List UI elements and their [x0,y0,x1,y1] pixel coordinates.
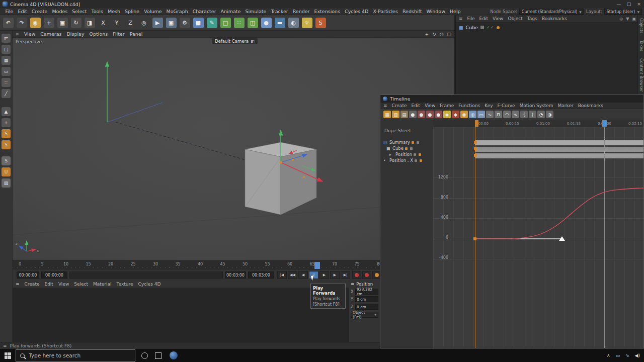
mode-toolbar-icon[interactable]: + [2,118,11,127]
timeline-menu-item[interactable]: Frame [440,103,454,108]
coordinate-mode-dropdown[interactable]: Object (Rel) ▼ [351,312,378,318]
toolbar-icon[interactable]: ∷ [233,17,245,29]
timeline-toolbar-icon[interactable]: } [529,111,536,118]
mode-toolbar-icon[interactable]: ▦ [2,56,11,65]
hamburger-icon[interactable]: ≡ [351,282,354,287]
camera-label[interactable]: Default Camera ◧ [212,38,258,44]
material-menu-item[interactable]: Create [25,282,40,287]
material-menu-item[interactable]: Cycles 4D [138,282,161,287]
node-space-dropdown[interactable]: Current (Standard/Physical) ▼ [519,9,584,15]
record-button[interactable] [362,271,371,279]
mode-toolbar-icon[interactable]: ⇄ [2,34,11,43]
menu-item[interactable]: Spline [122,9,141,14]
hamburger-icon[interactable]: ≡ [16,282,20,287]
menu-item[interactable]: Modes [50,9,70,14]
layout-dropdown[interactable]: Startup (User) ▼ [604,9,642,15]
toolbar-icon[interactable]: ↷ [16,17,28,29]
menu-item[interactable]: Render [290,9,312,14]
menu-item[interactable]: Animate [218,9,243,14]
timeline-playhead-marker[interactable] [602,120,607,127]
cinema4d-taskbar-icon[interactable] [170,351,178,359]
track-row[interactable]: ▸ Position [380,151,433,157]
viewport-menu-item[interactable]: Filter [113,31,125,37]
track-toggle[interactable] [415,159,417,162]
menu-item[interactable]: Mesh [105,9,122,14]
menu-item[interactable]: Tools [89,9,105,14]
transport-button[interactable]: ◀ [298,271,308,279]
toolbar-icon[interactable]: ↶ [2,17,14,29]
tray-icon[interactable]: ∿ [625,353,629,358]
view-label[interactable]: Perspective [16,39,42,44]
viewport-view-icon[interactable]: + [425,32,429,37]
timeline-menu-item[interactable]: Marker [558,103,574,108]
menu-item[interactable]: Help [447,9,463,14]
timeline-menu-item[interactable]: Create [392,103,407,108]
current-time-field[interactable]: 00:00:00 [17,272,39,279]
hamburger-icon[interactable]: ≡ [3,343,7,348]
playhead-marker[interactable] [314,262,320,269]
menu-item[interactable]: Tracker [269,9,290,14]
timeline-toolbar-icon[interactable]: ∿ [486,111,494,118]
object-manager-menu-item[interactable]: File [467,16,475,21]
toolbar-icon[interactable]: X [97,17,109,29]
toolbar-icon[interactable]: S [314,17,327,29]
toolbar-icon[interactable]: + [43,17,55,29]
minimize-button[interactable]: — [614,2,624,7]
toolbar-icon[interactable]: □ [219,17,231,29]
record-button[interactable] [352,271,361,279]
menu-item[interactable]: Extensions [312,9,343,14]
close-button[interactable]: × [634,2,644,7]
tray-icon[interactable]: ∧ [607,353,610,358]
toolbar-icon[interactable]: ■ [192,17,204,29]
timeline-toolbar-icon[interactable]: ◆ [443,111,451,118]
timeline-menu-item[interactable]: Functions [458,103,480,108]
maximize-button[interactable]: □ [624,2,634,7]
track-toggle[interactable] [414,153,416,156]
object-manager-icon[interactable]: ▣ [632,17,636,21]
track-toggle[interactable] [410,147,413,150]
toolbar-icon[interactable]: ▣ [165,17,177,29]
mode-toolbar-icon[interactable]: S [2,140,11,149]
menu-item[interactable]: Simulate [243,9,269,14]
timeline-toolbar-icon[interactable]: ◔ [537,111,545,118]
object-manager-menu-item[interactable]: Tags [527,16,537,21]
search-input[interactable] [29,352,135,358]
hamburger-icon[interactable]: ≡ [16,32,19,36]
track-row[interactable]: ▤ Summary [380,139,433,145]
menu-item[interactable]: Edit [16,9,29,14]
menu-item[interactable]: Create [29,9,50,14]
toolbar-icon[interactable]: ✎ [206,17,218,29]
timeline-menu-item[interactable]: Edit [411,103,420,108]
position-track-band[interactable] [475,153,644,158]
enabled-checks[interactable]: ✓✓ [487,25,494,30]
toolbar-icon[interactable]: ⚙ [179,17,191,29]
viewport-view-icon[interactable]: ↻ [432,32,436,37]
transport-button[interactable]: ▶| [341,271,350,279]
toolbar-icon[interactable]: ● [260,17,272,29]
toolbar-icon[interactable]: Y [111,17,123,29]
object-manager-menu-item[interactable]: View [493,16,503,21]
cube-track-band[interactable] [475,147,644,152]
timeline-toolbar-icon[interactable]: ▥ [392,111,399,118]
timeline-toolbar-icon[interactable]: ◠ [503,111,511,118]
timeline-toolbar-icon[interactable]: ● [435,111,442,118]
mode-toolbar-icon[interactable]: ∷ [2,78,11,87]
object-manager-menu-item[interactable]: Bookmarks [542,16,567,21]
track-toggle[interactable] [420,159,422,162]
mode-toolbar-icon[interactable]: ▲ [2,107,11,116]
position-z-field[interactable]: 0 cm [355,304,378,310]
timeline-ruler[interactable]: 05101520253035404550556065707580 [13,260,380,269]
summary-track-band[interactable] [475,140,644,145]
viewport-menu-item[interactable]: Display [66,31,84,37]
menu-item[interactable]: Character [190,9,218,14]
material-menu-item[interactable]: Edit [44,282,53,287]
cortana-icon[interactable] [141,352,148,359]
material-menu-item[interactable]: Material [93,282,112,287]
timeline-toolbar-icon[interactable]: ▤ [400,111,408,118]
transport-button[interactable]: ▶ [319,271,329,279]
object-manager-menu-item[interactable]: Edit [479,16,488,21]
timeline-toolbar-icon[interactable]: ◎ [469,111,476,118]
menu-item[interactable]: Redshift [400,9,424,14]
transport-button[interactable]: ◀◀ [288,271,297,279]
object-manager-menu-item[interactable]: Object [508,16,522,21]
